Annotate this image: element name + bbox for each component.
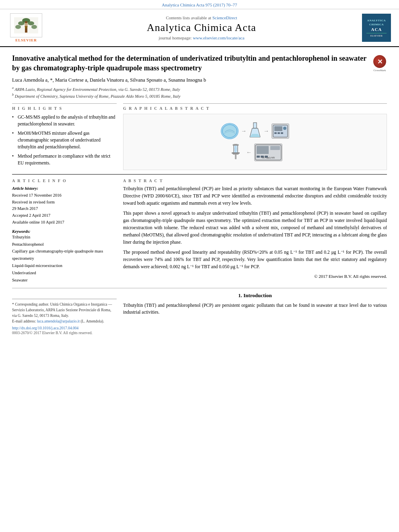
highlights-graphical-section: H I G H L I G H T S GC-MS/MS applied to … bbox=[12, 103, 387, 170]
email-label: E-mail address: bbox=[12, 319, 36, 323]
svg-rect-12 bbox=[274, 132, 277, 134]
affiliation-b-text: Department of Chemistry, Sapienza Univer… bbox=[15, 94, 181, 98]
elsevier-brand-text: ELSEVIER bbox=[15, 38, 37, 42]
article-title: Innovative analytical method for the det… bbox=[12, 53, 368, 73]
corresponding-author-note: * Corresponding author. Unità Chimica Or… bbox=[12, 302, 112, 318]
affiliation-a: a ARPA Lazio, Regional Agency for Enviro… bbox=[12, 86, 387, 92]
article-info-abstract-section: A R T I C L E I N F O Article history: R… bbox=[12, 174, 387, 284]
graphical-abstract-column: G R A P H I C A L A B S T R A C T → bbox=[123, 103, 387, 170]
svg-rect-17 bbox=[257, 146, 269, 154]
article-history: Article history: Received 17 November 20… bbox=[12, 185, 117, 226]
ga-arrow-1: → bbox=[241, 128, 247, 134]
article-info-label: A R T I C L E I N F O bbox=[12, 179, 117, 183]
revised-date: 29 March 2017 bbox=[12, 205, 117, 212]
list-item: GC-MS/MS applied to the analysis of trib… bbox=[12, 114, 117, 127]
article-title-section: Innovative analytical method for the det… bbox=[12, 53, 387, 73]
ga-gc-ms-instrument: GC-QqQ-MS bbox=[254, 144, 282, 161]
list-item: Underivatized bbox=[12, 269, 117, 277]
ga-arrow-2: → bbox=[263, 128, 269, 134]
sciencedirect-link[interactable]: ScienceDirect bbox=[212, 15, 237, 20]
abstract-para-3: The proposed method showed good linearit… bbox=[123, 249, 387, 270]
highlights-label: H I G H L I G H T S bbox=[12, 103, 117, 111]
svg-point-8 bbox=[222, 125, 237, 138]
svg-rect-24 bbox=[233, 144, 239, 146]
affiliation-b: b Department of Chemistry, Sapienza Univ… bbox=[12, 92, 387, 99]
ga-top-row: → → bbox=[221, 122, 289, 140]
highlights-column: H I G H L I G H T S GC-MS/MS applied to … bbox=[12, 103, 117, 170]
list-item: MeOH/MeOTMS mixture allowed gas chromato… bbox=[12, 130, 117, 150]
affiliation-a-text: ARPA Lazio, Regional Agency for Environm… bbox=[14, 87, 180, 91]
email-link[interactable]: luca.amendola@arpalazio.it bbox=[37, 319, 80, 323]
abstract-column: A B S T R A C T Tributyltin (TBT) and pe… bbox=[123, 179, 387, 284]
ga-water-sample bbox=[221, 123, 239, 139]
accepted-date: Accepted 2 April 2017 bbox=[12, 212, 117, 219]
list-item: Liquid-liquid microextraction bbox=[12, 262, 117, 269]
keywords-section: Keywords: Tributyltin Pentachlorophenol … bbox=[12, 229, 117, 284]
svg-rect-18 bbox=[270, 146, 280, 150]
ga-instrument-right bbox=[271, 123, 289, 139]
journal-title: Analytica Chimica Acta bbox=[44, 22, 359, 34]
svg-rect-19 bbox=[257, 156, 260, 158]
rights-line: 0003-2670/© 2017 Elsevier B.V. All right… bbox=[12, 331, 117, 335]
available-online: Available online 10 April 2017 bbox=[12, 219, 117, 226]
elsevier-logo: ELSEVIER bbox=[8, 13, 44, 42]
introduction-text: Tributyltin (TBT) and pentachlorophenol … bbox=[123, 302, 387, 316]
homepage-link[interactable]: www.elsevier.com/locate/aca bbox=[193, 35, 244, 40]
list-item: Tributyltin bbox=[12, 234, 117, 241]
graphical-abstract-label: G R A P H I C A L A B S T R A C T bbox=[123, 103, 387, 111]
journal-header: ELSEVIER Contents lists available at Sci… bbox=[0, 9, 399, 47]
authors-text: Luca Amendola a, *, Maria Cortese a, Dan… bbox=[12, 77, 206, 83]
svg-point-5 bbox=[31, 25, 37, 29]
history-label: Article history: bbox=[12, 185, 117, 192]
ga-arrow-3: → bbox=[246, 149, 252, 156]
intro-number: 1. bbox=[238, 292, 242, 298]
svg-rect-11 bbox=[274, 126, 282, 131]
intro-title: Introduction bbox=[243, 292, 272, 298]
crossmark-label: CrossMark bbox=[373, 69, 386, 72]
ga-bottom-row: GC-QqQ-MS → bbox=[228, 143, 282, 162]
contents-text: Contents lists available at bbox=[166, 15, 211, 20]
ga-flask bbox=[249, 122, 261, 140]
abstract-copyright: © 2017 Elsevier B.V. All rights reserved… bbox=[123, 274, 387, 279]
abstract-para-1: Tributyltin (TBT) and pentachlorophenol … bbox=[123, 185, 387, 207]
section-divider bbox=[12, 288, 387, 288]
journal-citation: Analytica Chimica Acta 975 (2017) 70–77 bbox=[0, 0, 399, 9]
aca-logo-box: ANALYTICA CHIMICA ACA ELSEVIER bbox=[362, 14, 391, 42]
list-item: Pentachlorophenol bbox=[12, 241, 117, 248]
svg-rect-14 bbox=[281, 132, 283, 134]
article-area: Innovative analytical method for the det… bbox=[0, 47, 399, 339]
homepage-line: journal homepage: www.elsevier.com/locat… bbox=[44, 35, 359, 40]
citation-text: Analytica Chimica Acta 975 (2017) 70–77 bbox=[162, 2, 237, 7]
svg-point-4 bbox=[15, 25, 21, 29]
graphical-abstract-image: → → bbox=[123, 114, 387, 170]
journal-logo-right: ANALYTICA CHIMICA ACA ELSEVIER bbox=[359, 14, 391, 42]
svg-rect-13 bbox=[278, 132, 280, 134]
authors: Luca Amendola a, *, Maria Cortese a, Dan… bbox=[12, 77, 387, 83]
ga-syringe bbox=[228, 143, 244, 162]
affiliations: a ARPA Lazio, Regional Agency for Enviro… bbox=[12, 86, 387, 99]
svg-text:GC-QqQ-MS: GC-QqQ-MS bbox=[262, 156, 275, 159]
email-suffix: (L. Amendola). bbox=[80, 319, 104, 323]
introduction-section: * Corresponding author. Unità Chimica Or… bbox=[12, 292, 387, 335]
introduction-heading: 1. Introduction bbox=[123, 292, 387, 299]
footnote-section: * Corresponding author. Unità Chimica Or… bbox=[12, 299, 117, 335]
journal-center: Contents lists available at ScienceDirec… bbox=[44, 15, 359, 40]
svg-point-7 bbox=[25, 23, 28, 26]
keywords-list: Tributyltin Pentachlorophenol Capillary … bbox=[12, 234, 117, 284]
crossmark[interactable]: ✕ CrossMark bbox=[372, 55, 387, 72]
footnote-text: * Corresponding author. Unità Chimica Or… bbox=[12, 302, 117, 325]
article-info-column: A R T I C L E I N F O Article history: R… bbox=[12, 179, 117, 284]
contents-available-line: Contents lists available at ScienceDirec… bbox=[44, 15, 359, 20]
list-item: Seawater bbox=[12, 277, 117, 284]
revised-label: Received in revised form bbox=[12, 199, 117, 206]
abstract-label: A B S T R A C T bbox=[123, 179, 387, 183]
abstract-para-2: This paper shows a novel approach to ana… bbox=[123, 210, 387, 246]
svg-rect-30 bbox=[232, 152, 240, 154]
intro-left-col: * Corresponding author. Unità Chimica Or… bbox=[12, 292, 117, 335]
homepage-label: journal homepage: bbox=[158, 35, 191, 40]
crossmark-circle: ✕ bbox=[373, 55, 386, 68]
svg-rect-9 bbox=[253, 123, 257, 128]
doi-line[interactable]: http://dx.doi.org/10.1016/j.aca.2017.04.… bbox=[12, 326, 117, 330]
svg-point-2 bbox=[18, 21, 25, 25]
received-date: Received 17 November 2016 bbox=[12, 192, 117, 199]
